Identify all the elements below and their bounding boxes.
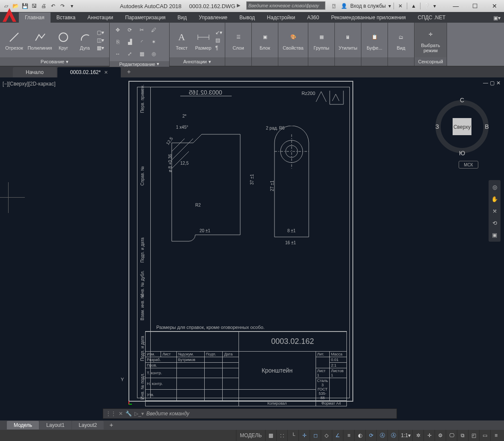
cmd-close-icon[interactable]: ✕ — [119, 411, 123, 417]
status-polar-icon[interactable]: ✛ — [298, 430, 310, 441]
ribbon-tab-insert[interactable]: Вставка — [51, 12, 82, 23]
ribbon-pin-icon[interactable]: ▣▾ — [490, 13, 504, 23]
trim-icon[interactable]: ✂ — [136, 24, 147, 36]
tool-line[interactable]: Отрезок — [3, 30, 26, 50]
nav-zoom-icon[interactable]: ⤧ — [489, 206, 500, 216]
viewport-label[interactable]: [−][Сверху][2D-каркас] — [3, 81, 56, 87]
status-transparency-icon[interactable]: ◐ — [354, 430, 365, 441]
panel-anno-title[interactable]: Аннотации ▾ — [170, 57, 225, 66]
tool-utils[interactable]: 🖩Утилиты — [337, 30, 358, 50]
help-icon[interactable]: ❔ — [423, 3, 431, 9]
search-input[interactable]: Введите ключевое слово/фразу — [246, 1, 325, 10]
mtext-icon[interactable]: ¶ — [215, 45, 222, 51]
ribbon-tab-manage[interactable]: Управление — [193, 12, 233, 23]
nav-wheel-icon[interactable]: ◎ — [489, 182, 500, 192]
file-tab-current[interactable]: 0003.02.162* ✕ — [57, 67, 121, 77]
tool-dimension[interactable]: Размер — [194, 30, 213, 50]
view-cube[interactable]: С В Ю З Сверху — [432, 95, 492, 167]
a360-connect-icon[interactable]: ⍰ — [330, 3, 337, 9]
ribbon-tab-output[interactable]: Вывод — [233, 12, 261, 23]
ribbon-tab-home[interactable]: Главная — [19, 12, 51, 23]
status-isolate-icon[interactable]: ◰ — [468, 430, 479, 441]
status-model[interactable]: МОДЕЛЬ — [236, 430, 265, 441]
tool-view[interactable]: 🗂Вид — [391, 30, 412, 50]
status-clean-icon[interactable]: ▭ — [479, 430, 490, 441]
nav-orbit-icon[interactable]: ⟲ — [489, 218, 500, 228]
file-tab-close-icon[interactable]: ✕ — [104, 70, 108, 75]
erase-icon[interactable]: 🖊 — [148, 24, 159, 36]
status-grid-icon[interactable]: ▦ — [265, 430, 276, 441]
status-dynucs-icon[interactable]: Ⓐ — [376, 430, 388, 441]
ribbon-tab-view[interactable]: Вид — [172, 12, 193, 23]
qat-save-icon[interactable]: 💾 — [21, 2, 29, 10]
tool-clip[interactable]: 📋Буфе... — [364, 30, 385, 50]
search-play-icon[interactable]: ▶ — [237, 3, 240, 8]
qat-more-icon[interactable]: ▾ — [68, 2, 76, 10]
qat-redo-icon[interactable]: ↷ — [58, 2, 67, 10]
tool-circle[interactable]: Круг — [54, 30, 73, 50]
offset-icon[interactable]: ◎ — [148, 48, 159, 59]
status-hw-icon[interactable]: ⧉ — [457, 430, 468, 441]
tool-polyline[interactable]: Полилиния — [28, 30, 51, 50]
layout-tab-1[interactable]: Layout1 — [39, 421, 72, 429]
maximize-button[interactable]: ☐ — [465, 0, 485, 12]
wcs-badge[interactable]: МСК — [459, 161, 478, 169]
close-button[interactable]: ✕ — [485, 0, 504, 12]
cmd-wrench-icon[interactable]: 🔧 — [125, 411, 132, 417]
rotate-icon[interactable]: ⟳ — [124, 24, 135, 36]
nav-showmotion-icon[interactable]: ▣ — [489, 230, 500, 240]
tool-text[interactable]: A Текст — [172, 30, 191, 50]
ribbon-tab-addins[interactable]: Надстройки — [261, 12, 301, 23]
nav-pan-icon[interactable]: ✋ — [489, 194, 500, 204]
status-custom-icon[interactable]: ≡ — [490, 430, 501, 441]
scale-icon[interactable]: ⤢ — [124, 48, 135, 59]
file-tab-start[interactable]: Начало — [13, 67, 57, 77]
copy-icon[interactable]: ⎘ — [112, 36, 123, 47]
panel-draw-title[interactable]: Рисование ▾ — [0, 57, 109, 66]
tool-groups[interactable]: ▦Группы — [311, 30, 332, 50]
vp-min-icon[interactable]: — — [483, 80, 488, 86]
status-scale[interactable]: 1:1▾ — [399, 430, 412, 441]
status-otrack-icon[interactable]: ∠ — [332, 430, 343, 441]
layout-tab-2[interactable]: Layout2 — [72, 421, 104, 429]
tool-props[interactable]: 🎨Свойства — [281, 30, 305, 50]
vp-max-icon[interactable]: ▢ — [490, 80, 495, 86]
minimize-button[interactable]: — — [446, 0, 465, 12]
app-logo[interactable] — [1, 8, 18, 22]
layout-add-button[interactable]: ＋ — [104, 420, 119, 430]
status-cycling-icon[interactable]: ⟳ — [365, 430, 376, 441]
file-tab-add-button[interactable]: ＋ — [122, 66, 136, 77]
exchange-icon[interactable]: ✕ — [397, 3, 404, 9]
status-snap-icon[interactable]: ⸬ — [276, 430, 287, 441]
layout-tab-model[interactable]: Модель — [7, 421, 39, 429]
drawing-area[interactable]: [−][Сверху][2D-каркас] — ▢ ✕ С В Ю З Све… — [0, 77, 504, 420]
cmd-grip-icon[interactable]: ⋮⋮ — [106, 411, 116, 417]
status-ortho-icon[interactable]: └ — [287, 430, 298, 441]
ribbon-tab-spds[interactable]: СПДС .NET — [412, 12, 452, 23]
signin-person-icon[interactable]: 👤 — [340, 3, 348, 9]
app-store-icon[interactable]: ▲ — [410, 3, 418, 9]
panel-modify-title[interactable]: Редактирование ▾ — [110, 61, 169, 67]
status-annotation-icon[interactable]: ✛ — [423, 430, 435, 441]
vp-close-icon[interactable]: ✕ — [496, 80, 501, 86]
status-3dosnap-icon[interactable]: ◇ — [321, 430, 332, 441]
status-lineweight-icon[interactable]: ≡ — [343, 430, 354, 441]
fillet-icon[interactable]: ◜ — [136, 36, 147, 47]
status-monitor-icon[interactable]: 🖵 — [446, 430, 457, 441]
draw-hatch-icon[interactable]: ◫▾ — [97, 37, 104, 43]
qat-plot-icon[interactable]: 🖨 — [39, 2, 48, 10]
table-icon[interactable]: ▤ — [215, 37, 222, 43]
qat-undo-icon[interactable]: ↶ — [49, 2, 57, 10]
tool-touch[interactable]: ✛Выбрать режим — [417, 27, 444, 53]
draw-poly-icon[interactable]: ▢▾ — [97, 30, 104, 36]
status-annoscale-icon[interactable]: ✲ — [412, 430, 423, 441]
draw-region-icon[interactable]: ▦▾ — [97, 45, 104, 51]
array-icon[interactable]: ▦ — [136, 48, 147, 59]
stretch-icon[interactable]: ↔ — [112, 48, 123, 59]
ribbon-tab-a360[interactable]: A360 — [301, 12, 325, 23]
status-ws-icon[interactable]: ⚙ — [435, 430, 446, 441]
qat-saveas-icon[interactable]: 🖫 — [30, 2, 39, 10]
status-osnap-icon[interactable]: ◻ — [310, 430, 321, 441]
tool-layers[interactable]: ☰Слои — [228, 30, 249, 50]
ribbon-tab-annotate[interactable]: Аннотации — [81, 12, 119, 23]
